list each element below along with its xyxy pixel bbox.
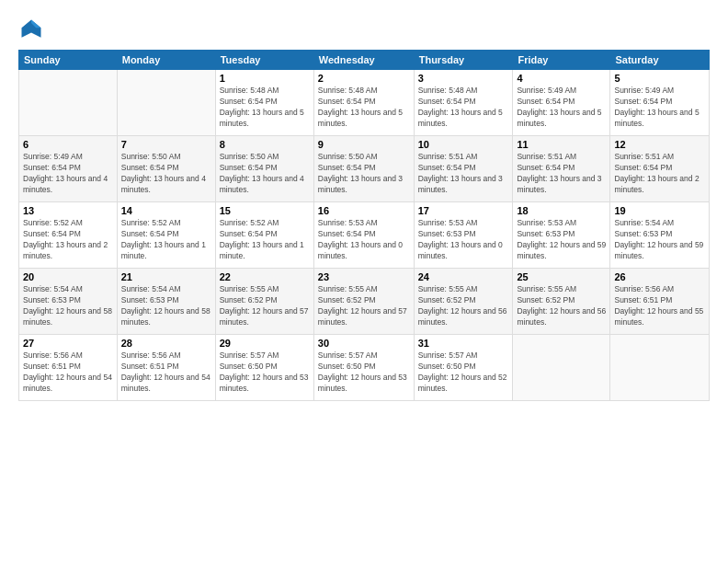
day-number: 2: [318, 73, 410, 84]
day-number: 24: [418, 271, 509, 282]
table-row: 7Sunrise: 5:50 AM Sunset: 6:54 PM Daylig…: [117, 136, 215, 202]
day-number: 31: [418, 338, 509, 349]
weekday-wednesday: Wednesday: [313, 51, 414, 70]
day-number: 4: [517, 73, 606, 84]
day-number: 19: [614, 205, 705, 216]
calendar-week-row: 13Sunrise: 5:52 AM Sunset: 6:54 PM Dayli…: [19, 202, 710, 269]
day-number: 28: [121, 338, 211, 349]
weekday-thursday: Thursday: [414, 51, 513, 70]
table-row: 30Sunrise: 5:57 AM Sunset: 6:50 PM Dayli…: [313, 335, 414, 401]
day-info: Sunrise: 5:51 AM Sunset: 6:54 PM Dayligh…: [614, 152, 705, 196]
calendar-week-row: 6Sunrise: 5:49 AM Sunset: 6:54 PM Daylig…: [19, 136, 710, 202]
day-info: Sunrise: 5:48 AM Sunset: 6:54 PM Dayligh…: [220, 86, 310, 130]
day-info: Sunrise: 5:56 AM Sunset: 6:51 PM Dayligh…: [23, 350, 113, 395]
day-number: 20: [23, 271, 113, 282]
table-row: 8Sunrise: 5:50 AM Sunset: 6:54 PM Daylig…: [215, 136, 313, 202]
day-number: 1: [220, 73, 310, 84]
table-row: 2Sunrise: 5:48 AM Sunset: 6:54 PM Daylig…: [313, 70, 414, 136]
day-info: Sunrise: 5:49 AM Sunset: 6:54 PM Dayligh…: [614, 86, 705, 130]
day-info: Sunrise: 5:50 AM Sunset: 6:54 PM Dayligh…: [121, 152, 211, 196]
table-row: 20Sunrise: 5:54 AM Sunset: 6:53 PM Dayli…: [19, 269, 118, 335]
day-info: Sunrise: 5:53 AM Sunset: 6:53 PM Dayligh…: [517, 218, 606, 262]
day-info: Sunrise: 5:49 AM Sunset: 6:54 PM Dayligh…: [517, 86, 606, 130]
table-row: 28Sunrise: 5:56 AM Sunset: 6:51 PM Dayli…: [117, 335, 215, 401]
calendar-week-row: 27Sunrise: 5:56 AM Sunset: 6:51 PM Dayli…: [19, 335, 710, 401]
day-info: Sunrise: 5:51 AM Sunset: 6:54 PM Dayligh…: [517, 152, 606, 196]
table-row: 3Sunrise: 5:48 AM Sunset: 6:54 PM Daylig…: [414, 70, 513, 136]
day-number: 18: [517, 205, 606, 216]
day-info: Sunrise: 5:55 AM Sunset: 6:52 PM Dayligh…: [517, 284, 606, 328]
table-row: [610, 335, 710, 401]
table-row: 5Sunrise: 5:49 AM Sunset: 6:54 PM Daylig…: [610, 70, 710, 136]
day-number: 26: [614, 271, 705, 282]
table-row: 27Sunrise: 5:56 AM Sunset: 6:51 PM Dayli…: [19, 335, 118, 401]
day-number: 11: [517, 139, 606, 150]
day-number: 10: [418, 139, 509, 150]
day-info: Sunrise: 5:50 AM Sunset: 6:54 PM Dayligh…: [220, 152, 310, 196]
table-row: 13Sunrise: 5:52 AM Sunset: 6:54 PM Dayli…: [19, 202, 118, 269]
table-row: 1Sunrise: 5:48 AM Sunset: 6:54 PM Daylig…: [215, 70, 313, 136]
table-row: 19Sunrise: 5:54 AM Sunset: 6:53 PM Dayli…: [610, 202, 710, 269]
weekday-friday: Friday: [513, 51, 610, 70]
day-number: 22: [220, 271, 310, 282]
table-row: 4Sunrise: 5:49 AM Sunset: 6:54 PM Daylig…: [513, 70, 610, 136]
day-info: Sunrise: 5:50 AM Sunset: 6:54 PM Dayligh…: [318, 152, 410, 196]
day-info: Sunrise: 5:54 AM Sunset: 6:53 PM Dayligh…: [23, 284, 113, 328]
table-row: 12Sunrise: 5:51 AM Sunset: 6:54 PM Dayli…: [610, 136, 710, 202]
day-info: Sunrise: 5:48 AM Sunset: 6:54 PM Dayligh…: [318, 86, 410, 130]
weekday-saturday: Saturday: [610, 51, 710, 70]
table-row: 23Sunrise: 5:55 AM Sunset: 6:52 PM Dayli…: [313, 269, 414, 335]
table-row: [117, 70, 215, 136]
calendar-table: SundayMondayTuesdayWednesdayThursdayFrid…: [18, 50, 710, 401]
calendar-week-row: 1Sunrise: 5:48 AM Sunset: 6:54 PM Daylig…: [19, 70, 710, 136]
day-info: Sunrise: 5:53 AM Sunset: 6:53 PM Dayligh…: [418, 218, 509, 262]
day-number: 29: [220, 338, 310, 349]
day-number: 30: [318, 338, 410, 349]
table-row: 26Sunrise: 5:56 AM Sunset: 6:51 PM Dayli…: [610, 269, 710, 335]
day-number: 15: [220, 205, 310, 216]
table-row: [513, 335, 610, 401]
day-info: Sunrise: 5:57 AM Sunset: 6:50 PM Dayligh…: [220, 350, 310, 395]
day-info: Sunrise: 5:54 AM Sunset: 6:53 PM Dayligh…: [121, 284, 211, 328]
day-number: 21: [121, 271, 211, 282]
day-info: Sunrise: 5:54 AM Sunset: 6:53 PM Dayligh…: [614, 218, 705, 262]
day-info: Sunrise: 5:57 AM Sunset: 6:50 PM Dayligh…: [418, 350, 509, 395]
table-row: 14Sunrise: 5:52 AM Sunset: 6:54 PM Dayli…: [117, 202, 215, 269]
table-row: 16Sunrise: 5:53 AM Sunset: 6:54 PM Dayli…: [313, 202, 414, 269]
day-number: 3: [418, 73, 509, 84]
calendar-week-row: 20Sunrise: 5:54 AM Sunset: 6:53 PM Dayli…: [19, 269, 710, 335]
day-info: Sunrise: 5:55 AM Sunset: 6:52 PM Dayligh…: [318, 284, 410, 328]
day-info: Sunrise: 5:56 AM Sunset: 6:51 PM Dayligh…: [614, 284, 705, 328]
day-number: 8: [220, 139, 310, 150]
table-row: 11Sunrise: 5:51 AM Sunset: 6:54 PM Dayli…: [513, 136, 610, 202]
day-number: 6: [23, 139, 113, 150]
page: SundayMondayTuesdayWednesdayThursdayFrid…: [0, 0, 728, 563]
header: [18, 17, 710, 42]
day-number: 27: [23, 338, 113, 349]
table-row: [19, 70, 118, 136]
table-row: 15Sunrise: 5:52 AM Sunset: 6:54 PM Dayli…: [215, 202, 313, 269]
table-row: 31Sunrise: 5:57 AM Sunset: 6:50 PM Dayli…: [414, 335, 513, 401]
day-number: 17: [418, 205, 509, 216]
day-info: Sunrise: 5:57 AM Sunset: 6:50 PM Dayligh…: [318, 350, 410, 395]
weekday-header-row: SundayMondayTuesdayWednesdayThursdayFrid…: [19, 51, 710, 70]
day-number: 25: [517, 271, 606, 282]
day-info: Sunrise: 5:53 AM Sunset: 6:54 PM Dayligh…: [318, 218, 410, 262]
day-number: 16: [318, 205, 410, 216]
table-row: 9Sunrise: 5:50 AM Sunset: 6:54 PM Daylig…: [313, 136, 414, 202]
day-number: 5: [614, 73, 705, 84]
day-number: 13: [23, 205, 113, 216]
table-row: 24Sunrise: 5:55 AM Sunset: 6:52 PM Dayli…: [414, 269, 513, 335]
table-row: 17Sunrise: 5:53 AM Sunset: 6:53 PM Dayli…: [414, 202, 513, 269]
day-number: 23: [318, 271, 410, 282]
day-info: Sunrise: 5:49 AM Sunset: 6:54 PM Dayligh…: [23, 152, 113, 196]
day-info: Sunrise: 5:52 AM Sunset: 6:54 PM Dayligh…: [220, 218, 310, 262]
day-info: Sunrise: 5:55 AM Sunset: 6:52 PM Dayligh…: [418, 284, 509, 328]
table-row: 18Sunrise: 5:53 AM Sunset: 6:53 PM Dayli…: [513, 202, 610, 269]
day-info: Sunrise: 5:52 AM Sunset: 6:54 PM Dayligh…: [23, 218, 113, 262]
day-info: Sunrise: 5:48 AM Sunset: 6:54 PM Dayligh…: [418, 86, 509, 130]
table-row: 10Sunrise: 5:51 AM Sunset: 6:54 PM Dayli…: [414, 136, 513, 202]
day-info: Sunrise: 5:51 AM Sunset: 6:54 PM Dayligh…: [418, 152, 509, 196]
weekday-monday: Monday: [117, 51, 215, 70]
table-row: 21Sunrise: 5:54 AM Sunset: 6:53 PM Dayli…: [117, 269, 215, 335]
